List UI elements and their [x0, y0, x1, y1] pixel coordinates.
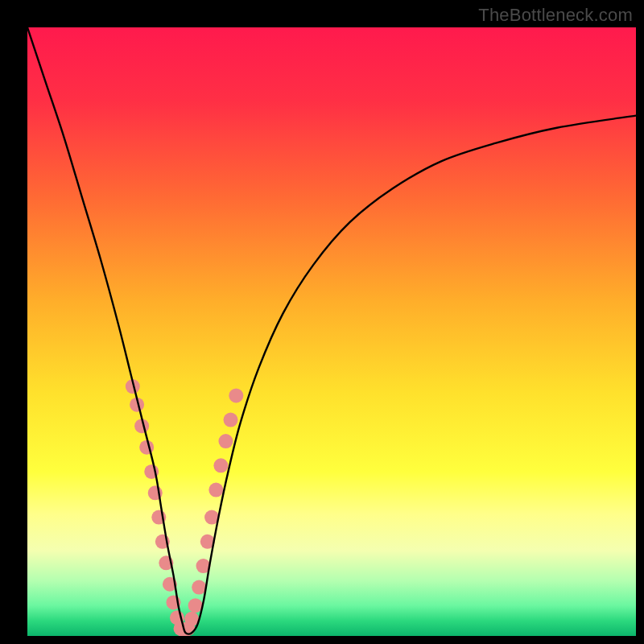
- accent-dot: [139, 440, 154, 455]
- bottleneck-curve: [27, 27, 636, 634]
- plot-area: [27, 27, 636, 636]
- accent-dot: [218, 434, 233, 448]
- accent-dot: [208, 483, 223, 497]
- accent-dot: [213, 458, 228, 473]
- accent-dots: [126, 379, 244, 636]
- accent-dot: [229, 388, 243, 402]
- curve-layer: [27, 27, 636, 636]
- chart-frame: TheBottleneck.com: [0, 0, 644, 644]
- watermark-text: TheBottleneck.com: [478, 5, 633, 26]
- accent-dot: [188, 598, 203, 613]
- accent-dot: [192, 580, 206, 595]
- accent-dot: [224, 413, 238, 427]
